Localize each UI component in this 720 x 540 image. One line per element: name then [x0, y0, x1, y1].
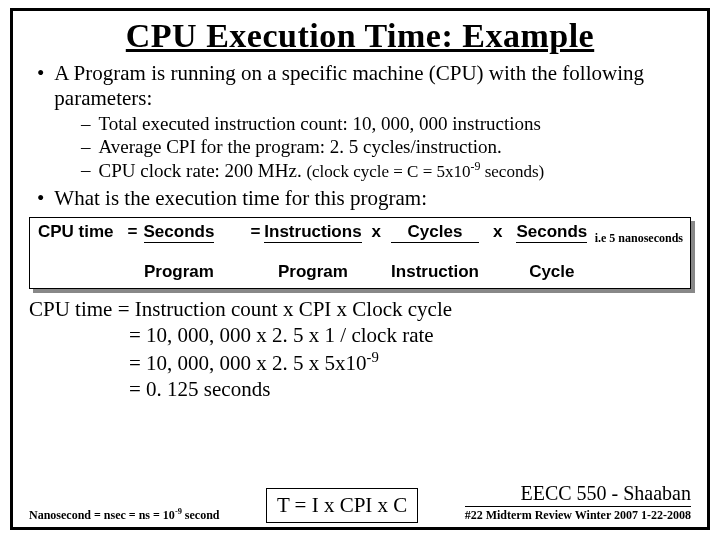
course-sub: #22 Midterm Review Winter 2007 1-22-2008 — [465, 508, 691, 523]
bullet-main-1: • A Program is running on a specific mac… — [37, 61, 691, 111]
exp: -9 — [471, 159, 481, 173]
l2: = 10, 000, 000 x 2. 5 x 1 / clock rate — [129, 323, 434, 348]
exp: -9 — [175, 507, 182, 516]
nano-a: Nanosecond = nsec = ns = 10 — [29, 508, 175, 522]
formula-table: CPU time = Seconds Program = Instruction… — [38, 222, 591, 282]
sub-1: – Total executed instruction count: 10, … — [81, 113, 691, 135]
l4: = 0. 125 seconds — [129, 377, 270, 402]
bullet-dot: • — [37, 61, 44, 111]
exp: -9 — [367, 349, 379, 365]
slide-frame: CPU Execution Time: Example • A Program … — [10, 8, 710, 530]
s3c: seconds) — [480, 162, 544, 181]
frac4: Seconds Cycle — [512, 222, 591, 282]
slide-title: CPU Execution Time: Example — [29, 17, 691, 55]
sub-3: – CPU clock rate: 200 MHz. (clock cycle … — [81, 159, 691, 182]
dash-icon: – — [81, 136, 91, 158]
fracline — [264, 242, 361, 243]
f3bot: Instruction — [391, 262, 479, 282]
l1: CPU time = Instruction count x CPI x Clo… — [29, 297, 452, 322]
footer: Nanosecond = nsec = ns = 10-9 second T =… — [29, 482, 691, 523]
sublist: – Total executed instruction count: 10, … — [81, 113, 691, 182]
bullet-dot: • — [37, 186, 44, 211]
dash-icon: – — [81, 113, 91, 135]
l3: = 10, 000, 000 x 2. 5 x 5x10-9 — [129, 349, 379, 376]
t-formula-box: T = I x CPI x C — [266, 488, 418, 523]
formula-box: CPU time = Seconds Program = Instruction… — [29, 217, 691, 289]
f3top: Cycles — [391, 222, 479, 242]
f4top: Seconds — [516, 222, 587, 242]
s3a: CPU clock rate: 200 MHz. — [99, 160, 307, 181]
course-box: EECC 550 - Shaaban #22 Midterm Review Wi… — [465, 482, 691, 523]
eq: = — [128, 222, 138, 282]
s3b: (clock cycle = C = 5x10 — [306, 162, 470, 181]
course-label: EECC 550 - Shaaban — [465, 482, 691, 507]
x2: x — [483, 222, 512, 282]
fracline — [516, 242, 587, 243]
f2bot: Program — [264, 262, 361, 282]
frac3: Cycles Instruction — [387, 222, 483, 282]
f1top: Seconds — [144, 222, 215, 242]
fracline — [391, 242, 479, 243]
ie-note: i.e 5 nanoseconds — [595, 231, 683, 246]
formula-box-wrap: CPU time = Seconds Program = Instruction… — [29, 217, 691, 289]
f2top: Instructions — [264, 222, 361, 242]
sub-text: Average CPI for the program: 2. 5 cycles… — [99, 136, 502, 158]
sub-2: – Average CPI for the program: 2. 5 cycl… — [81, 136, 691, 158]
calc-line-1: CPU time = Instruction count x CPI x Clo… — [29, 297, 691, 322]
fracline — [144, 242, 215, 243]
bullet-text: What is the execution time for this prog… — [54, 186, 427, 211]
calculation: CPU time = Instruction count x CPI x Clo… — [29, 297, 691, 402]
nano-b: second — [182, 508, 220, 522]
bullet-text: A Program is running on a specific machi… — [54, 61, 691, 111]
calc-line-3: = 10, 000, 000 x 2. 5 x 5x10-9 — [29, 349, 691, 376]
sub-text: Total executed instruction count: 10, 00… — [99, 113, 541, 135]
l3a: = 10, 000, 000 x 2. 5 x 5x10 — [129, 351, 367, 375]
dash-icon: – — [81, 159, 91, 182]
x1: x — [366, 222, 387, 282]
nanosecond-note: Nanosecond = nsec = ns = 10-9 second — [29, 507, 220, 523]
calc-line-2: = 10, 000, 000 x 2. 5 x 1 / clock rate — [29, 323, 691, 348]
frac1: Seconds Program — [138, 222, 221, 282]
f4bot: Cycle — [516, 262, 587, 282]
calc-line-4: = 0. 125 seconds — [29, 377, 691, 402]
frac2: Instructions Program — [260, 222, 365, 282]
sub-text: CPU clock rate: 200 MHz. (clock cycle = … — [99, 159, 545, 182]
bullet-main-2: • What is the execution time for this pr… — [37, 186, 691, 211]
eq2: = — [250, 222, 260, 282]
lhs: CPU time — [38, 222, 128, 282]
f1bot: Program — [144, 262, 215, 282]
